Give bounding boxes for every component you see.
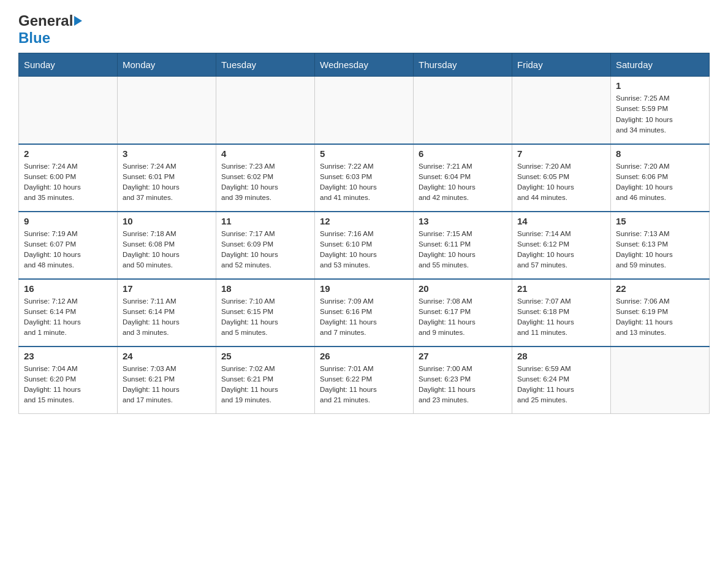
day-number: 17 bbox=[123, 283, 211, 294]
calendar-week-row: 1Sunrise: 7:25 AM Sunset: 5:59 PM Daylig… bbox=[19, 77, 710, 144]
day-number: 12 bbox=[320, 216, 408, 226]
day-info: Sunrise: 7:22 AM Sunset: 6:03 PM Dayligh… bbox=[320, 161, 408, 204]
day-number: 22 bbox=[616, 283, 704, 294]
day-number: 15 bbox=[616, 216, 704, 226]
day-number: 21 bbox=[517, 283, 605, 294]
col-header-tuesday: Tuesday bbox=[216, 53, 315, 77]
calendar-cell: 5Sunrise: 7:22 AM Sunset: 6:03 PM Daylig… bbox=[315, 144, 414, 212]
day-number: 1 bbox=[616, 80, 704, 91]
calendar-week-row: 9Sunrise: 7:19 AM Sunset: 6:07 PM Daylig… bbox=[19, 212, 710, 279]
calendar-cell bbox=[512, 77, 611, 144]
day-info: Sunrise: 7:18 AM Sunset: 6:08 PM Dayligh… bbox=[123, 229, 211, 271]
day-info: Sunrise: 6:59 AM Sunset: 6:24 PM Dayligh… bbox=[517, 364, 605, 406]
calendar-cell: 17Sunrise: 7:11 AM Sunset: 6:14 PM Dayli… bbox=[118, 279, 216, 347]
day-info: Sunrise: 7:17 AM Sunset: 6:09 PM Dayligh… bbox=[221, 229, 309, 271]
calendar-cell bbox=[216, 77, 315, 144]
calendar-cell bbox=[315, 77, 414, 144]
day-number: 4 bbox=[221, 148, 309, 159]
col-header-wednesday: Wednesday bbox=[315, 53, 414, 77]
day-info: Sunrise: 7:01 AM Sunset: 6:22 PM Dayligh… bbox=[320, 364, 408, 406]
day-number: 18 bbox=[221, 283, 309, 294]
day-info: Sunrise: 7:09 AM Sunset: 6:16 PM Dayligh… bbox=[320, 296, 408, 339]
calendar-week-row: 2Sunrise: 7:24 AM Sunset: 6:00 PM Daylig… bbox=[19, 144, 710, 212]
col-header-thursday: Thursday bbox=[414, 53, 512, 77]
col-header-saturday: Saturday bbox=[611, 53, 710, 77]
calendar-cell: 13Sunrise: 7:15 AM Sunset: 6:11 PM Dayli… bbox=[414, 212, 512, 279]
day-number: 20 bbox=[419, 283, 507, 294]
calendar-cell: 19Sunrise: 7:09 AM Sunset: 6:16 PM Dayli… bbox=[315, 279, 414, 347]
calendar-table: SundayMondayTuesdayWednesdayThursdayFrid… bbox=[18, 53, 710, 414]
calendar-cell: 28Sunrise: 6:59 AM Sunset: 6:24 PM Dayli… bbox=[512, 347, 611, 414]
day-info: Sunrise: 7:25 AM Sunset: 5:59 PM Dayligh… bbox=[616, 93, 704, 136]
day-info: Sunrise: 7:10 AM Sunset: 6:15 PM Dayligh… bbox=[221, 296, 309, 339]
calendar-cell bbox=[118, 77, 216, 144]
calendar-cell: 23Sunrise: 7:04 AM Sunset: 6:20 PM Dayli… bbox=[19, 347, 118, 414]
calendar-cell: 9Sunrise: 7:19 AM Sunset: 6:07 PM Daylig… bbox=[19, 212, 118, 279]
col-header-monday: Monday bbox=[118, 53, 216, 77]
col-header-friday: Friday bbox=[512, 53, 611, 77]
calendar-cell: 11Sunrise: 7:17 AM Sunset: 6:09 PM Dayli… bbox=[216, 212, 315, 279]
day-number: 13 bbox=[419, 216, 507, 226]
day-number: 24 bbox=[123, 351, 211, 361]
day-number: 10 bbox=[123, 216, 211, 226]
calendar-cell: 20Sunrise: 7:08 AM Sunset: 6:17 PM Dayli… bbox=[414, 279, 512, 347]
day-number: 14 bbox=[517, 216, 605, 226]
calendar-cell: 6Sunrise: 7:21 AM Sunset: 6:04 PM Daylig… bbox=[414, 144, 512, 212]
day-info: Sunrise: 7:03 AM Sunset: 6:21 PM Dayligh… bbox=[123, 364, 211, 406]
col-header-sunday: Sunday bbox=[19, 53, 118, 77]
logo-general-text: General bbox=[18, 12, 73, 29]
calendar-week-row: 23Sunrise: 7:04 AM Sunset: 6:20 PM Dayli… bbox=[19, 347, 710, 414]
day-info: Sunrise: 7:14 AM Sunset: 6:12 PM Dayligh… bbox=[517, 229, 605, 271]
day-number: 3 bbox=[123, 148, 211, 159]
day-number: 8 bbox=[616, 148, 704, 159]
calendar-cell: 15Sunrise: 7:13 AM Sunset: 6:13 PM Dayli… bbox=[611, 212, 710, 279]
calendar-cell: 26Sunrise: 7:01 AM Sunset: 6:22 PM Dayli… bbox=[315, 347, 414, 414]
calendar-cell: 8Sunrise: 7:20 AM Sunset: 6:06 PM Daylig… bbox=[611, 144, 710, 212]
day-info: Sunrise: 7:12 AM Sunset: 6:14 PM Dayligh… bbox=[24, 296, 112, 339]
day-info: Sunrise: 7:24 AM Sunset: 6:00 PM Dayligh… bbox=[24, 161, 112, 204]
page-header: General Blue bbox=[18, 12, 710, 47]
day-info: Sunrise: 7:00 AM Sunset: 6:23 PM Dayligh… bbox=[419, 364, 507, 406]
day-number: 26 bbox=[320, 351, 408, 361]
calendar-cell: 3Sunrise: 7:24 AM Sunset: 6:01 PM Daylig… bbox=[118, 144, 216, 212]
day-info: Sunrise: 7:11 AM Sunset: 6:14 PM Dayligh… bbox=[123, 296, 211, 339]
logo-arrow-icon bbox=[74, 16, 82, 26]
calendar-cell: 7Sunrise: 7:20 AM Sunset: 6:05 PM Daylig… bbox=[512, 144, 611, 212]
day-number: 7 bbox=[517, 148, 605, 159]
day-info: Sunrise: 7:24 AM Sunset: 6:01 PM Dayligh… bbox=[123, 161, 211, 204]
calendar-cell: 10Sunrise: 7:18 AM Sunset: 6:08 PM Dayli… bbox=[118, 212, 216, 279]
day-number: 23 bbox=[24, 351, 112, 361]
day-number: 27 bbox=[419, 351, 507, 361]
day-number: 28 bbox=[517, 351, 605, 361]
day-info: Sunrise: 7:15 AM Sunset: 6:11 PM Dayligh… bbox=[419, 229, 507, 271]
day-number: 9 bbox=[24, 216, 112, 226]
calendar-cell: 4Sunrise: 7:23 AM Sunset: 6:02 PM Daylig… bbox=[216, 144, 315, 212]
day-info: Sunrise: 7:20 AM Sunset: 6:06 PM Dayligh… bbox=[616, 161, 704, 204]
logo: General Blue bbox=[18, 12, 82, 47]
day-info: Sunrise: 7:23 AM Sunset: 6:02 PM Dayligh… bbox=[221, 161, 309, 204]
calendar-cell: 27Sunrise: 7:00 AM Sunset: 6:23 PM Dayli… bbox=[414, 347, 512, 414]
calendar-cell: 16Sunrise: 7:12 AM Sunset: 6:14 PM Dayli… bbox=[19, 279, 118, 347]
logo-blue-text: Blue bbox=[18, 29, 50, 46]
day-number: 5 bbox=[320, 148, 408, 159]
calendar-cell: 2Sunrise: 7:24 AM Sunset: 6:00 PM Daylig… bbox=[19, 144, 118, 212]
calendar-cell bbox=[19, 77, 118, 144]
day-info: Sunrise: 7:19 AM Sunset: 6:07 PM Dayligh… bbox=[24, 229, 112, 271]
calendar-cell bbox=[611, 347, 710, 414]
calendar-cell: 25Sunrise: 7:02 AM Sunset: 6:21 PM Dayli… bbox=[216, 347, 315, 414]
day-info: Sunrise: 7:20 AM Sunset: 6:05 PM Dayligh… bbox=[517, 161, 605, 204]
day-info: Sunrise: 7:16 AM Sunset: 6:10 PM Dayligh… bbox=[320, 229, 408, 271]
day-info: Sunrise: 7:06 AM Sunset: 6:19 PM Dayligh… bbox=[616, 296, 704, 339]
day-info: Sunrise: 7:08 AM Sunset: 6:17 PM Dayligh… bbox=[419, 296, 507, 339]
calendar-cell: 24Sunrise: 7:03 AM Sunset: 6:21 PM Dayli… bbox=[118, 347, 216, 414]
calendar-cell: 12Sunrise: 7:16 AM Sunset: 6:10 PM Dayli… bbox=[315, 212, 414, 279]
calendar-header-row: SundayMondayTuesdayWednesdayThursdayFrid… bbox=[19, 53, 710, 77]
calendar-week-row: 16Sunrise: 7:12 AM Sunset: 6:14 PM Dayli… bbox=[19, 279, 710, 347]
calendar-cell: 1Sunrise: 7:25 AM Sunset: 5:59 PM Daylig… bbox=[611, 77, 710, 144]
day-number: 16 bbox=[24, 283, 112, 294]
day-info: Sunrise: 7:02 AM Sunset: 6:21 PM Dayligh… bbox=[221, 364, 309, 406]
calendar-cell: 18Sunrise: 7:10 AM Sunset: 6:15 PM Dayli… bbox=[216, 279, 315, 347]
day-number: 2 bbox=[24, 148, 112, 159]
calendar-cell bbox=[414, 77, 512, 144]
calendar-cell: 14Sunrise: 7:14 AM Sunset: 6:12 PM Dayli… bbox=[512, 212, 611, 279]
